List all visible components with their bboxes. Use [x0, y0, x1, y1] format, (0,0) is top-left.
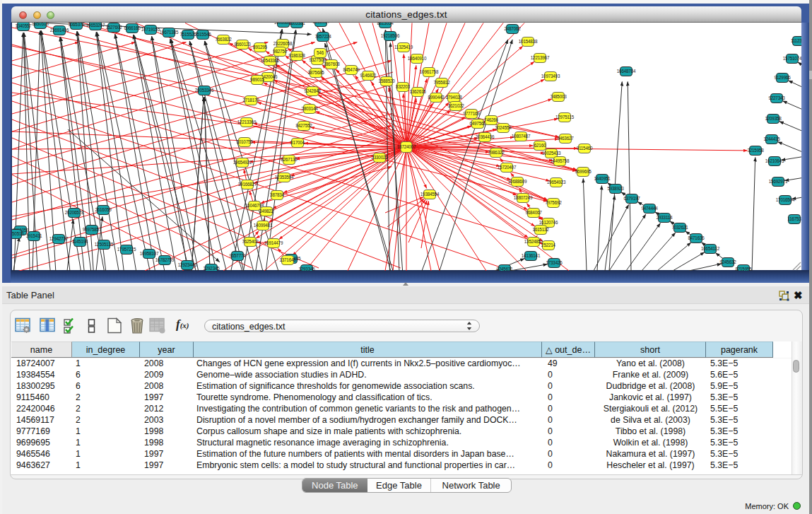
svg-text:10688609: 10688609: [508, 179, 527, 184]
svg-text:9684067: 9684067: [525, 210, 542, 215]
svg-text:832203: 832203: [396, 84, 411, 89]
svg-text:17957225: 17957225: [117, 247, 136, 252]
svg-text:7032621: 7032621: [671, 225, 688, 230]
svg-text:116753: 116753: [787, 216, 801, 221]
svg-text:8454749: 8454749: [343, 67, 360, 72]
svg-text:7955812: 7955812: [433, 80, 450, 85]
svg-text:19654923: 19654923: [547, 180, 566, 185]
svg-text:6966160: 6966160: [124, 25, 141, 30]
svg-text:19166827: 19166827: [238, 182, 257, 187]
svg-text:9699695: 9699695: [575, 169, 592, 174]
svg-text:1065371: 1065371: [68, 23, 85, 27]
svg-text:18807249: 18807249: [514, 195, 533, 200]
svg-text:982750: 982750: [273, 49, 288, 54]
svg-text:10973493: 10973493: [541, 74, 560, 78]
svg-text:10543362: 10543362: [261, 58, 280, 63]
svg-text:817004: 817004: [290, 140, 305, 145]
svg-text:20206578: 20206578: [65, 210, 84, 215]
svg-text:10719155: 10719155: [141, 27, 160, 32]
svg-text:16914479: 16914479: [264, 240, 283, 245]
svg-text:62160: 62160: [534, 143, 546, 148]
svg-text:2803144: 2803144: [301, 106, 318, 111]
svg-text:12975115: 12975115: [555, 115, 575, 119]
svg-text:9129966: 9129966: [774, 75, 791, 80]
svg-text:10154838: 10154838: [519, 39, 538, 44]
svg-text:18724007: 18724007: [397, 144, 416, 149]
svg-text:19654922: 19654922: [233, 160, 252, 165]
svg-text:5938923: 5938923: [607, 186, 624, 191]
svg-text:7625402: 7625402: [242, 239, 259, 244]
svg-text:3024554: 3024554: [495, 125, 512, 130]
svg-text:18640910: 18640910: [408, 56, 427, 61]
svg-text:2616059: 2616059: [95, 207, 112, 212]
svg-text:90975857: 90975857: [83, 227, 102, 232]
svg-text:1615132: 1615132: [532, 227, 549, 232]
svg-text:12923446: 12923446: [178, 262, 197, 267]
svg-text:7485003: 7485003: [550, 94, 567, 99]
svg-text:14495758: 14495758: [551, 158, 570, 163]
svg-text:19218506: 19218506: [381, 33, 400, 38]
svg-text:2933114: 2933114: [657, 215, 673, 220]
svg-text:1292345: 1292345: [203, 266, 220, 271]
svg-text:10653267: 10653267: [86, 23, 105, 28]
svg-text:15720407: 15720407: [498, 165, 517, 170]
svg-text:989015: 989015: [250, 77, 265, 82]
svg-text:1605381: 1605381: [288, 23, 305, 25]
svg-text:252214: 252214: [541, 243, 556, 247]
svg-text:9657774: 9657774: [229, 253, 246, 258]
svg-text:20053346: 20053346: [195, 88, 214, 93]
svg-text:7663822: 7663822: [215, 37, 232, 42]
svg-text:19384554: 19384554: [420, 192, 440, 197]
svg-text:16648784: 16648784: [617, 69, 636, 74]
svg-text:10961758: 10961758: [420, 69, 439, 74]
svg-text:9474444: 9474444: [641, 206, 658, 211]
svg-text:6794028: 6794028: [445, 95, 462, 100]
svg-text:2867608: 2867608: [323, 62, 340, 66]
svg-text:1621022: 1621022: [447, 103, 464, 108]
svg-text:9245632: 9245632: [719, 259, 736, 264]
svg-text:1527602: 1527602: [105, 25, 122, 30]
svg-text:9227343: 9227343: [768, 95, 785, 100]
svg-text:1440951: 1440951: [594, 176, 611, 181]
svg-text:12213369: 12213369: [237, 119, 257, 124]
svg-text:20364436: 20364436: [476, 134, 495, 139]
svg-text:8813054: 8813054: [377, 23, 394, 25]
svg-text:387834: 387834: [270, 192, 285, 197]
svg-text:12942737: 12942737: [49, 236, 69, 241]
svg-text:1010755: 1010755: [236, 139, 253, 144]
svg-text:1244415: 1244415: [763, 136, 780, 141]
svg-text:1733426: 1733426: [546, 260, 563, 265]
svg-text:23691406: 23691406: [50, 28, 69, 33]
svg-text:8990443: 8990443: [428, 95, 445, 100]
svg-text:1340557: 1340557: [15, 23, 32, 28]
svg-text:9115460: 9115460: [577, 146, 593, 151]
svg-text:8215955: 8215955: [735, 267, 752, 271]
svg-text:16210643: 16210643: [765, 158, 784, 163]
svg-text:1112345: 1112345: [791, 38, 801, 43]
svg-text:8427552: 8427552: [295, 123, 312, 128]
svg-text:10025433: 10025433: [542, 151, 561, 156]
svg-text:3215958: 3215958: [747, 148, 764, 153]
svg-text:2330023: 2330023: [371, 155, 388, 160]
svg-text:8186328: 8186328: [288, 53, 305, 58]
svg-text:8267130: 8267130: [281, 157, 298, 162]
svg-text:7515546: 7515546: [194, 32, 211, 37]
svg-text:349822: 349822: [259, 209, 274, 214]
svg-text:2718170: 2718170: [242, 98, 259, 103]
svg-text:9777169: 9777169: [463, 111, 480, 116]
svg-text:1588520: 1588520: [378, 78, 395, 83]
svg-text:11325419: 11325419: [394, 45, 413, 49]
svg-text:9146821: 9146821: [360, 73, 377, 78]
svg-text:9245631: 9245631: [496, 267, 513, 271]
svg-text:14136141: 14136141: [522, 253, 541, 258]
svg-text:6379197: 6379197: [623, 196, 640, 201]
svg-text:3915411: 3915411: [26, 233, 42, 238]
svg-text:17016504: 17016504: [776, 197, 795, 202]
svg-text:9242848: 9242848: [304, 88, 321, 93]
svg-text:23226058: 23226058: [273, 41, 293, 46]
svg-text:1371648: 1371648: [279, 257, 296, 262]
svg-text:16782759: 16782759: [155, 257, 175, 262]
svg-text:7857224: 7857224: [314, 34, 331, 39]
svg-text:3875685: 3875685: [307, 70, 324, 75]
svg-text:14099481: 14099481: [254, 223, 273, 228]
